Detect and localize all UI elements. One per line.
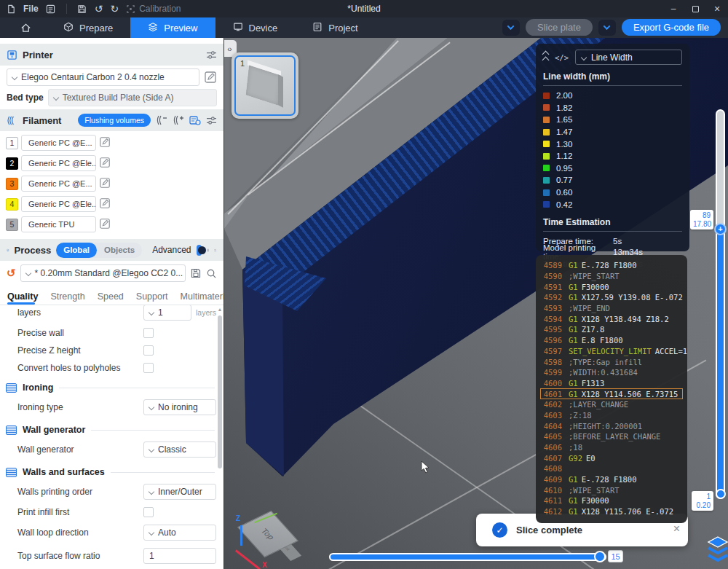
tab-prepare[interactable]: Prepare	[46, 17, 130, 38]
tab-device[interactable]: Device	[215, 17, 296, 38]
calibration-button[interactable]: Calibration	[126, 4, 181, 14]
gcode-line[interactable]: 4609G1E-.728 F1800	[540, 474, 683, 485]
scroll-up-icon[interactable]: ▲	[217, 307, 223, 313]
reset-preset-icon[interactable]: ↺	[7, 268, 16, 278]
checkbox[interactable]	[143, 507, 154, 517]
gcode-line[interactable]: 4608	[540, 463, 683, 474]
edit-filament-icon[interactable]	[99, 218, 111, 232]
search-settings-icon[interactable]	[206, 268, 217, 279]
gcode-line[interactable]: 4611G1F30000	[540, 495, 683, 506]
gcode-line[interactable]: 4604;HEIGHT:0.200001	[540, 420, 683, 431]
collapse-legend-icon[interactable]	[543, 52, 548, 63]
gcode-line[interactable]: 4592G1X127.59 Y139.08 E-.072	[540, 292, 683, 303]
filament-select[interactable]: Generic PC @E...	[21, 135, 96, 151]
search-replace-icon[interactable]: AB	[214, 246, 217, 255]
menu-list-icon[interactable]	[46, 4, 56, 14]
edit-printer-icon[interactable]	[204, 71, 217, 84]
gcode-line[interactable]: 4595G1Z17.8	[540, 324, 683, 335]
advanced-toggle[interactable]	[197, 245, 202, 256]
filament-color-badge[interactable]: 3	[6, 178, 18, 190]
tab-speed[interactable]: Speed	[98, 291, 124, 305]
setting-select[interactable]: Inner/Outer	[143, 484, 216, 500]
checkbox[interactable]	[143, 345, 154, 356]
gcode-line[interactable]: 4605;BEFORE_LAYER_CHANGE	[540, 431, 683, 442]
gcode-line[interactable]: 4610;WIPE_START	[540, 484, 683, 495]
gcode-line[interactable]: 4606;18	[540, 442, 683, 453]
close-button[interactable]: ×	[706, 0, 728, 17]
expand-settings-icon[interactable]	[207, 246, 210, 255]
filament-color-badge[interactable]: 5	[6, 219, 18, 231]
gcode-line[interactable]: 4603;Z:18	[540, 410, 683, 421]
minimize-button[interactable]: –	[662, 0, 684, 17]
scrollbar-thumb[interactable]	[218, 315, 222, 468]
add-filament-icon[interactable]	[173, 115, 184, 125]
edit-filament-icon[interactable]	[99, 157, 111, 170]
printer-settings-icon[interactable]	[206, 50, 217, 60]
gcode-line[interactable]: 4597SET_VELOCITY_LIMITACCEL=10000	[540, 346, 683, 357]
scope-global-button[interactable]: Global	[56, 243, 97, 258]
tab-support[interactable]: Support	[136, 291, 168, 305]
layer-slider-bottom-handle[interactable]	[716, 489, 726, 499]
gcode-line[interactable]: 4600G1F1313	[540, 378, 683, 389]
file-menu[interactable]: File	[23, 4, 39, 14]
viewport-3d[interactable]: ‹› 1 </> Line Width Line width (mm)	[224, 38, 728, 569]
save-icon[interactable]	[77, 4, 87, 14]
gcode-line[interactable]: 4612G1X128 Y115.706 E-.072	[540, 506, 683, 517]
scope-objects-button[interactable]: Objects	[97, 243, 142, 258]
export-gcode-button[interactable]: Export G-code file	[622, 19, 721, 36]
layers-logo-icon[interactable]	[707, 535, 728, 566]
gcode-viewer-icon[interactable]: </>	[555, 53, 569, 62]
filament-color-badge[interactable]: 4	[6, 198, 18, 211]
sync-filament-icon[interactable]	[189, 115, 201, 125]
export-options-dropdown[interactable]	[598, 20, 616, 36]
filament-select[interactable]: Generic PC @Ele...	[21, 196, 96, 212]
checkbox[interactable]	[143, 363, 154, 373]
slice-options-dropdown[interactable]	[502, 20, 520, 36]
view-type-select[interactable]: Line Width	[575, 50, 682, 65]
filament-select[interactable]: Generic PC @Ele...	[21, 155, 96, 171]
setting-select[interactable]: No ironing	[143, 399, 216, 415]
tab-multimaterial[interactable]: Multimaterial	[181, 291, 224, 305]
move-slider-handle[interactable]	[594, 551, 606, 562]
home-button[interactable]	[20, 23, 31, 34]
gcode-line[interactable]: 4594G1X128 Y138.494 Z18.2	[540, 313, 683, 324]
gcode-line[interactable]: 4598;TYPE:Gap infill	[540, 356, 683, 367]
slice-plate-button[interactable]: Slice plate	[526, 19, 593, 36]
filament-color-badge[interactable]: 1	[6, 137, 18, 149]
orientation-cube[interactable]: Front Top Z X	[232, 506, 301, 569]
tab-project[interactable]: Project	[295, 17, 375, 38]
gcode-line[interactable]: 4590;WIPE_START	[540, 271, 683, 282]
filament-color-badge[interactable]: 2	[6, 157, 18, 170]
setting-select[interactable]: Classic	[143, 442, 216, 458]
process-preset-select[interactable]: * 0.20mm Standard @Elegoo CC2 0...	[20, 264, 186, 282]
maximize-button[interactable]	[684, 0, 706, 17]
flushing-volumes-button[interactable]: Flushing volumes	[78, 114, 151, 127]
move-slider-track[interactable]	[329, 553, 606, 561]
gcode-line[interactable]: 4607G92E0	[540, 452, 683, 463]
tab-strength[interactable]: Strength	[50, 291, 84, 305]
setting-select[interactable]: 1	[143, 305, 191, 321]
setting-input[interactable]: 1	[143, 548, 216, 564]
gcode-line[interactable]: 4593;WIPE_END	[540, 303, 683, 314]
remove-filament-icon[interactable]	[156, 115, 167, 125]
redo-icon[interactable]: ↻	[110, 4, 119, 14]
checkbox[interactable]	[143, 328, 154, 338]
setting-select[interactable]: Auto	[143, 525, 216, 541]
gcode-line[interactable]: 4596G1E.8 F1800	[540, 335, 683, 346]
toast-close-icon[interactable]: ×	[673, 523, 680, 535]
gcode-line[interactable]: 4591G1F30000	[540, 281, 683, 292]
edit-filament-icon[interactable]	[99, 177, 111, 191]
printer-select[interactable]: Elegoo Centauri Carbon 2 0.4 nozzle	[7, 68, 199, 86]
edit-filament-icon[interactable]	[99, 136, 111, 150]
gcode-line[interactable]: 4589G1E-.728 F1800	[540, 260, 683, 271]
gcode-line[interactable]: 4599;WIDTH:0.431684	[540, 367, 683, 378]
gcode-line-highlighted[interactable]: 4601G1X128 Y114.506 E.73715	[540, 388, 683, 399]
scrollbar[interactable]: ▲ ▼	[217, 307, 223, 569]
save-preset-icon[interactable]	[190, 267, 202, 279]
tab-quality[interactable]: Quality	[7, 291, 38, 305]
filament-settings-icon[interactable]	[206, 116, 217, 125]
layer-slider-top-handle[interactable]: +	[714, 223, 727, 235]
bed-type-select[interactable]: Textured Build Plate (Side A)	[48, 89, 217, 106]
filament-select[interactable]: Generic TPU	[21, 216, 96, 232]
gcode-line[interactable]: 4602;LAYER_CHANGE	[540, 399, 683, 410]
